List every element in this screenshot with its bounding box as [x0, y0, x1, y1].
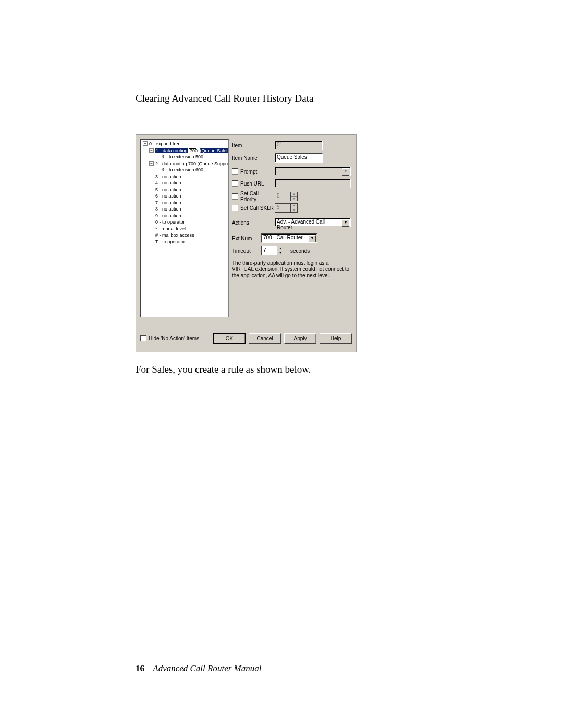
- tree-label: 6 - no action: [155, 193, 181, 200]
- spin-up-icon: ▲: [291, 204, 297, 208]
- tree-label: 0 - expand tree: [149, 141, 181, 147]
- tree-item-5[interactable]: 5 - no action: [143, 187, 228, 193]
- tree-label: 0 - to operator: [155, 219, 185, 226]
- set-sklr-label: Set Call SKLR: [240, 205, 275, 211]
- tree-root[interactable]: − 0 - expand tree: [143, 141, 228, 147]
- prompt-label: Prompt: [240, 169, 275, 175]
- tree-label: # - mailbox access: [155, 232, 194, 239]
- push-url-label: Push URL: [240, 181, 275, 187]
- item-form: Item 01 Item Name Queue Sales Prompt ▼ P…: [232, 139, 352, 326]
- tree-label-selected: 1 - data routing: [155, 148, 188, 153]
- tree-item-3[interactable]: 3 - no action: [143, 174, 228, 180]
- tree-label: 7 - no action: [155, 200, 181, 206]
- dialog-screenshot: − 0 - expand tree − 1 - data routing 700…: [136, 134, 357, 352]
- tree-label: & - to extension 600: [162, 167, 203, 174]
- set-priority-label: Set Call Priority: [240, 191, 275, 202]
- page-footer: 16 Advanced Call Router Manual: [136, 663, 261, 674]
- set-sklr-value: 5: [275, 203, 290, 213]
- hide-no-action-label: Hide 'No Action' Items: [149, 336, 199, 341]
- tree-label: * - repeat level: [155, 226, 186, 232]
- tree-label: 5 - no action: [155, 187, 181, 193]
- collapse-icon[interactable]: −: [149, 161, 154, 166]
- document-page: Clearing Advanced Call Router History Da…: [0, 0, 563, 728]
- tree-item-4[interactable]: 4 - no action: [143, 180, 228, 187]
- spin-down-icon: ▼: [291, 197, 297, 201]
- tree-item-t[interactable]: T - to operator: [143, 239, 228, 245]
- set-priority-spinner: 5 ▲▼: [275, 192, 298, 201]
- tree-label: 3 - no action: [155, 174, 181, 180]
- body-text: For Sales, you create a rule as shown be…: [136, 364, 427, 375]
- actions-label: Actions: [232, 220, 275, 226]
- ok-button[interactable]: OK: [213, 333, 246, 344]
- timeout-value[interactable]: 7: [261, 246, 277, 255]
- tree-label: 9 - no action: [155, 213, 181, 219]
- hide-no-action-checkbox[interactable]: [140, 335, 146, 341]
- ext-num-label: Ext Num: [232, 236, 261, 241]
- tree-label: 2 - data routing 700 (Queue Support): [155, 161, 229, 167]
- cancel-button[interactable]: Cancel: [249, 333, 281, 344]
- tree-label-selected: (Queue Sales): [200, 148, 229, 153]
- set-sklr-spinner: 5 ▲▼: [275, 203, 298, 213]
- manual-title: Advanced Call Router Manual: [153, 663, 261, 673]
- timeout-label: Timeout: [232, 248, 261, 254]
- item-name-label: Item Name: [232, 155, 275, 161]
- tree-item-star[interactable]: * - repeat level: [143, 226, 228, 232]
- set-priority-checkbox[interactable]: [232, 193, 238, 200]
- menu-tree[interactable]: − 0 - expand tree − 1 - data routing 700…: [140, 139, 229, 317]
- form-note: The third-party application must login a…: [232, 260, 352, 279]
- timeout-unit: seconds: [290, 248, 310, 254]
- spin-down-icon: ▼: [291, 208, 297, 213]
- tree-label: T - to operator: [155, 239, 185, 245]
- item-name-field[interactable]: Queue Sales: [275, 153, 323, 163]
- tree-label: 4 - no action: [155, 180, 181, 187]
- page-number: 16: [136, 663, 144, 673]
- ext-num-value: 700 - Call Router: [263, 235, 303, 240]
- timeout-spinner[interactable]: 7 ▲▼: [261, 246, 284, 255]
- dialog-button-bar: Hide 'No Action' Items OK Cancel Apply H…: [140, 333, 352, 346]
- collapse-icon[interactable]: −: [143, 141, 148, 146]
- tree-item-hash[interactable]: # - mailbox access: [143, 232, 228, 239]
- item-field: 01: [275, 141, 323, 150]
- tree-item-6[interactable]: 6 - no action: [143, 193, 228, 200]
- section-heading: Clearing Advanced Call Router History Da…: [136, 93, 427, 104]
- chevron-down-icon: ▼: [342, 168, 349, 176]
- item-label: Item: [232, 143, 275, 149]
- actions-value: Adv. - Advanced Call Router: [277, 219, 325, 230]
- push-url-checkbox[interactable]: [232, 180, 238, 187]
- tree-item-7[interactable]: 7 - no action: [143, 200, 228, 206]
- ext-num-dropdown[interactable]: 700 - Call Router ▼: [261, 233, 317, 243]
- set-priority-value: 5: [275, 192, 290, 201]
- push-url-field: [275, 179, 351, 188]
- actions-dropdown[interactable]: Adv. - Advanced Call Router ▼: [275, 218, 351, 227]
- tree-label-focused: 700: [189, 148, 198, 153]
- tree-label: 8 - no action: [155, 206, 181, 213]
- tree-label: & - to extension 500: [162, 154, 203, 161]
- spin-up-icon: ▲: [291, 192, 297, 197]
- chevron-down-icon[interactable]: ▼: [342, 219, 349, 227]
- apply-button[interactable]: Apply: [284, 333, 316, 344]
- tree-item-1-child[interactable]: & - to extension 500: [143, 154, 228, 161]
- tree-item-2[interactable]: − 2 - data routing 700 (Queue Support): [143, 161, 228, 167]
- prompt-checkbox[interactable]: [232, 168, 238, 175]
- spin-down-icon[interactable]: ▼: [277, 251, 284, 255]
- spin-up-icon[interactable]: ▲: [277, 246, 284, 251]
- prompt-dropdown: ▼: [275, 167, 351, 176]
- tree-item-9[interactable]: 9 - no action: [143, 213, 228, 219]
- collapse-icon[interactable]: −: [149, 148, 154, 153]
- set-sklr-checkbox[interactable]: [232, 205, 238, 211]
- tree-item-8[interactable]: 8 - no action: [143, 206, 228, 213]
- tree-item-2-child[interactable]: & - to extension 600: [143, 167, 228, 174]
- tree-item-1[interactable]: − 1 - data routing 700 (Queue Sales): [143, 147, 228, 154]
- tree-item-0[interactable]: 0 - to operator: [143, 219, 228, 226]
- chevron-down-icon[interactable]: ▼: [309, 235, 316, 242]
- help-button[interactable]: Help: [320, 333, 352, 344]
